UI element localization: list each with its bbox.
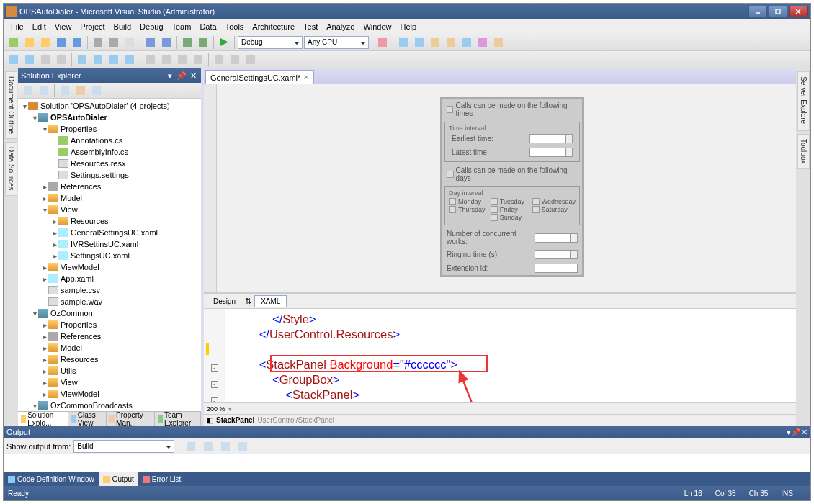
tree-node[interactable]: ▸ViewModel [18, 261, 201, 273]
spinner-earliest[interactable] [565, 134, 573, 143]
tree-node[interactable]: ▸SettingsUC.xaml [18, 250, 201, 261]
split-bar[interactable]: Design ⇅ XAML [204, 293, 796, 309]
explorer-pin-icon[interactable]: 📌 [176, 71, 187, 81]
tree-node[interactable]: AssemblyInfo.cs [18, 146, 201, 158]
outline-toggle-3[interactable]: - [211, 397, 218, 402]
menu-data[interactable]: Data [195, 21, 220, 32]
tb-btn-b[interactable] [412, 35, 426, 50]
tree-node[interactable]: ▾OzCommon [18, 307, 201, 319]
outline-toggle-1[interactable]: - [211, 364, 218, 372]
tb-btn-g[interactable] [491, 35, 506, 50]
code-lines[interactable]: </Style> </UserControl.Resources> <Stack… [225, 309, 734, 402]
minimize-button[interactable] [748, 6, 767, 17]
tree-node[interactable]: ▸App.xaml [18, 273, 201, 284]
tb2-a[interactable] [6, 53, 21, 67]
checkbox-day[interactable] [532, 198, 540, 205]
start-button[interactable] [217, 35, 231, 50]
swap-icon[interactable]: ⇅ [245, 297, 251, 306]
checkbox-day[interactable] [491, 214, 498, 221]
code-editor[interactable]: - - - - </Style> </UserControl.Resources… [204, 309, 796, 402]
copy-button[interactable] [107, 35, 121, 50]
explorer-tab[interactable]: Class View [68, 412, 107, 426]
tree-node[interactable]: ▸Model [18, 342, 201, 354]
paste-button[interactable] [122, 35, 137, 50]
tree-node[interactable]: ▸GeneralSettingsUC.xaml [18, 227, 201, 238]
crumb-path[interactable]: UserControl/StackPanel [257, 416, 334, 424]
find-button[interactable] [375, 35, 390, 50]
menu-project[interactable]: Project [76, 21, 109, 32]
tb-btn-c[interactable] [428, 35, 442, 50]
menu-debug[interactable]: Debug [135, 21, 167, 32]
config-dropdown[interactable]: Debug [238, 36, 303, 49]
right-tab-server-explorer[interactable]: Server Explorer [797, 71, 810, 131]
tb2-f[interactable] [91, 53, 105, 67]
redo-button[interactable] [159, 35, 174, 50]
tb2-o[interactable] [243, 53, 258, 67]
tb-btn-a[interactable] [396, 35, 411, 50]
exp-home-button[interactable] [21, 84, 35, 98]
tree-node[interactable]: ▾Solution 'OPSAutoDialer' (4 projects) [18, 100, 201, 112]
checkbox-day[interactable] [532, 206, 540, 213]
tab-xaml[interactable]: XAML [254, 295, 287, 307]
open-button[interactable] [38, 35, 53, 50]
tb2-d[interactable] [54, 53, 68, 67]
checkbox-times[interactable] [447, 106, 453, 113]
undo-button[interactable] [143, 35, 158, 50]
tree-node[interactable]: ▾OPSAutoDialer [18, 112, 201, 123]
explorer-tab[interactable]: Team Explorer [155, 412, 201, 426]
input-latest[interactable] [529, 148, 565, 157]
tree-node[interactable]: ▸Resources [18, 215, 201, 227]
checkbox-day[interactable] [491, 198, 498, 205]
tree-node[interactable]: ▾View [18, 204, 201, 215]
tb2-m[interactable] [212, 53, 226, 67]
output-source-dropdown[interactable]: Build [73, 440, 174, 453]
doc-tab-close-icon[interactable]: ✕ [303, 73, 309, 81]
menu-team[interactable]: Team [168, 21, 196, 32]
checkbox-day[interactable] [449, 198, 456, 205]
checkbox-day[interactable] [449, 206, 456, 213]
tree-node[interactable]: ▸IVRSettinsUC.xaml [18, 238, 201, 250]
input-extension[interactable] [535, 264, 578, 273]
save-all-button[interactable] [70, 35, 84, 50]
crumb-current[interactable]: StackPanel [216, 416, 254, 424]
nav-back-button[interactable] [180, 35, 194, 50]
tree-node[interactable]: ▸References [18, 181, 201, 192]
tree-node[interactable]: sample.wav [18, 296, 201, 307]
out-btn-c[interactable] [218, 439, 233, 454]
tb-btn-e[interactable] [460, 35, 474, 50]
tree-node[interactable]: ▸Properties [18, 319, 201, 330]
left-tab-document-outline[interactable]: Document Outline [5, 71, 17, 139]
output-body[interactable] [4, 454, 810, 472]
menu-test[interactable]: Test [299, 21, 322, 32]
tab-design[interactable]: Design [207, 295, 242, 307]
add-item-button[interactable] [22, 35, 37, 50]
spinner-workers[interactable] [571, 233, 578, 243]
menu-window[interactable]: Window [359, 21, 395, 32]
menu-view[interactable]: View [50, 21, 76, 32]
tb2-g[interactable] [107, 53, 121, 67]
exp-refresh-button[interactable] [37, 84, 51, 98]
zoom-level[interactable]: 200 % [207, 405, 225, 413]
explorer-tab[interactable]: Property Man... [107, 412, 155, 426]
tree-node[interactable]: Settings.settings [18, 169, 201, 181]
tb2-k[interactable] [175, 53, 189, 67]
menu-build[interactable]: Build [109, 21, 135, 32]
tb2-j[interactable] [159, 53, 174, 67]
explorer-tab[interactable]: Solution Explo... [18, 412, 68, 426]
out-btn-d[interactable] [236, 439, 250, 454]
outline-toggle-2[interactable]: - [211, 381, 218, 388]
bottom-tab[interactable]: Output [99, 472, 138, 486]
checkbox-day[interactable] [491, 206, 498, 213]
nav-fwd-button[interactable] [196, 35, 210, 50]
explorer-close-icon[interactable]: ✕ [188, 71, 198, 81]
tree-node[interactable]: ▸Utils [18, 365, 201, 377]
tb2-l[interactable] [191, 53, 205, 67]
exp-showall-button[interactable] [58, 84, 72, 98]
tb2-n[interactable] [228, 53, 242, 67]
out-btn-b[interactable] [201, 439, 215, 454]
right-tab-toolbox[interactable]: Toolbox [797, 134, 810, 168]
form-preview[interactable]: Calls can be made on the following times… [440, 97, 584, 277]
tb2-e[interactable] [75, 53, 89, 67]
tree-node[interactable]: ▸References [18, 330, 201, 342]
new-project-button[interactable] [6, 35, 21, 50]
